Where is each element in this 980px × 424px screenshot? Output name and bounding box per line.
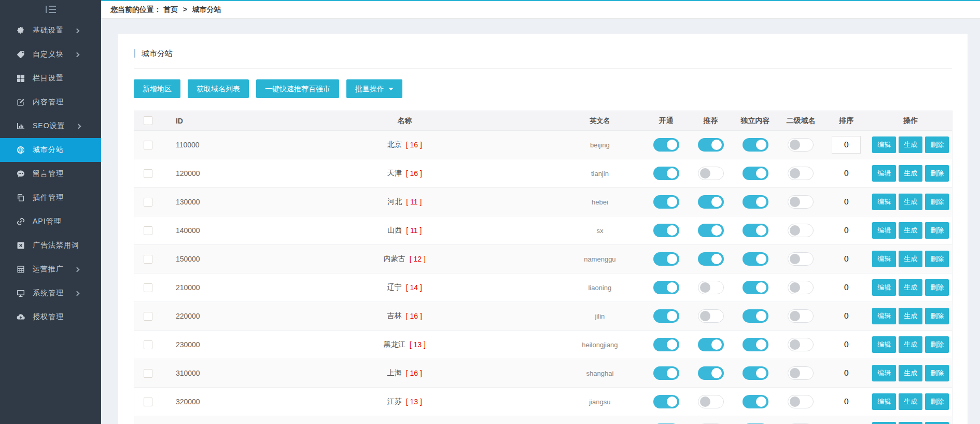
toggle-recommend[interactable]	[698, 281, 724, 294]
toggle-open[interactable]	[653, 138, 679, 152]
generate-button[interactable]: 生成	[899, 136, 922, 153]
toggle-subdomain[interactable]	[788, 167, 814, 180]
toggle-independent-content[interactable]	[743, 167, 768, 180]
toggle-subdomain[interactable]	[788, 138, 814, 152]
edit-button[interactable]: 编辑	[872, 336, 896, 353]
edit-button[interactable]: 编辑	[872, 222, 896, 239]
toggle-recommend[interactable]	[698, 252, 724, 266]
edit-button[interactable]: 编辑	[872, 165, 896, 182]
row-checkbox[interactable]	[144, 255, 152, 264]
row-checkbox[interactable]	[144, 169, 152, 178]
edit-button[interactable]: 编辑	[872, 194, 896, 210]
generate-button[interactable]: 生成	[899, 251, 922, 267]
toggle-recommend[interactable]	[698, 395, 724, 408]
add-region-button[interactable]: 新增地区	[134, 79, 180, 98]
generate-button[interactable]: 生成	[899, 393, 922, 410]
toggle-open[interactable]	[653, 224, 679, 237]
toggle-independent-content[interactable]	[743, 224, 768, 237]
sidebar-item-operation-promo[interactable]: 运营推广	[0, 257, 101, 281]
generate-button[interactable]: 生成	[899, 336, 922, 353]
toggle-open[interactable]	[653, 281, 679, 294]
delete-button[interactable]: 删除	[925, 336, 949, 353]
toggle-independent-content[interactable]	[743, 395, 768, 408]
toggle-subdomain[interactable]	[788, 309, 814, 323]
delete-button[interactable]: 删除	[925, 308, 949, 324]
toggle-independent-content[interactable]	[743, 195, 768, 209]
delete-button[interactable]: 删除	[925, 422, 949, 424]
sidebar-item-seo-settings[interactable]: SEO设置	[0, 114, 101, 138]
toggle-open[interactable]	[653, 195, 679, 209]
toggle-open[interactable]	[653, 309, 679, 323]
edit-button[interactable]: 编辑	[872, 365, 896, 381]
row-checkbox[interactable]	[144, 369, 152, 378]
toggle-open[interactable]	[653, 395, 679, 408]
sidebar-item-custom-blocks[interactable]: 自定义块	[0, 43, 101, 66]
sidebar-item-system-manage[interactable]: 系统管理	[0, 281, 101, 305]
toggle-independent-content[interactable]	[743, 252, 768, 266]
sidebar-item-base-settings[interactable]: 基础设置	[0, 19, 101, 43]
sidebar-item-column-settings[interactable]: 栏目设置	[0, 66, 101, 90]
delete-button[interactable]: 删除	[925, 222, 949, 239]
edit-button[interactable]: 编辑	[872, 136, 896, 153]
row-checkbox[interactable]	[144, 398, 152, 406]
toggle-independent-content[interactable]	[743, 309, 768, 323]
select-all-checkbox[interactable]	[144, 116, 152, 125]
edit-button[interactable]: 编辑	[872, 393, 896, 410]
delete-button[interactable]: 删除	[925, 393, 949, 410]
generate-button[interactable]: 生成	[899, 194, 922, 210]
toggle-recommend[interactable]	[698, 338, 724, 351]
breadcrumb-home-link[interactable]: 首页	[163, 5, 178, 13]
delete-button[interactable]: 删除	[925, 194, 949, 210]
delete-button[interactable]: 删除	[925, 165, 949, 182]
delete-button[interactable]: 删除	[925, 251, 949, 267]
toggle-subdomain[interactable]	[788, 395, 814, 408]
generate-button[interactable]: 生成	[899, 165, 922, 182]
sidebar-item-api-manage[interactable]: API管理	[0, 210, 101, 234]
delete-button[interactable]: 删除	[925, 279, 949, 296]
toggle-open[interactable]	[653, 338, 679, 351]
delete-button[interactable]: 删除	[925, 365, 949, 381]
generate-button[interactable]: 生成	[899, 308, 922, 324]
row-checkbox[interactable]	[144, 340, 152, 349]
edit-button[interactable]: 编辑	[872, 279, 896, 296]
generate-button[interactable]: 生成	[899, 365, 922, 381]
row-checkbox[interactable]	[144, 226, 152, 235]
toggle-recommend[interactable]	[698, 195, 724, 209]
sidebar-item-city-subsites[interactable]: 城市分站	[0, 138, 101, 162]
quick-recommend-top100-button[interactable]: 一键快速推荐百强市	[256, 79, 339, 98]
toggle-subdomain[interactable]	[788, 366, 814, 380]
generate-button[interactable]: 生成	[899, 222, 922, 239]
menu-collapse-icon[interactable]	[46, 6, 56, 13]
toggle-open[interactable]	[653, 366, 679, 380]
toggle-subdomain[interactable]	[788, 224, 814, 237]
generate-button[interactable]: 生成	[899, 279, 922, 296]
toggle-open[interactable]	[653, 252, 679, 266]
sort-input[interactable]	[832, 136, 861, 154]
sidebar-item-ad-banned-words[interactable]: 广告法禁用词	[0, 234, 101, 257]
generate-button[interactable]: 生成	[899, 422, 922, 424]
toggle-recommend[interactable]	[698, 167, 724, 180]
batch-operation-dropdown[interactable]: 批量操作	[346, 79, 402, 98]
toggle-recommend[interactable]	[698, 138, 724, 152]
row-checkbox[interactable]	[144, 198, 152, 207]
row-checkbox[interactable]	[144, 312, 152, 321]
toggle-recommend[interactable]	[698, 366, 724, 380]
toggle-independent-content[interactable]	[743, 138, 768, 152]
row-checkbox[interactable]	[144, 141, 152, 149]
toggle-recommend[interactable]	[698, 309, 724, 323]
sidebar-item-license-manage[interactable]: 授权管理	[0, 305, 101, 329]
edit-button[interactable]: 编辑	[872, 308, 896, 324]
delete-button[interactable]: 删除	[925, 136, 949, 153]
sidebar-item-content-manage[interactable]: 内容管理	[0, 90, 101, 114]
toggle-subdomain[interactable]	[788, 252, 814, 266]
toggle-subdomain[interactable]	[788, 338, 814, 351]
sidebar-item-plugin-manage[interactable]: 插件管理	[0, 186, 101, 210]
toggle-recommend[interactable]	[698, 224, 724, 237]
toggle-subdomain[interactable]	[788, 281, 814, 294]
sidebar-item-message-manage[interactable]: 留言管理	[0, 162, 101, 186]
toggle-independent-content[interactable]	[743, 338, 768, 351]
toggle-open[interactable]	[653, 167, 679, 180]
edit-button[interactable]: 编辑	[872, 251, 896, 267]
toggle-subdomain[interactable]	[788, 195, 814, 209]
get-domain-list-button[interactable]: 获取域名列表	[188, 79, 249, 98]
